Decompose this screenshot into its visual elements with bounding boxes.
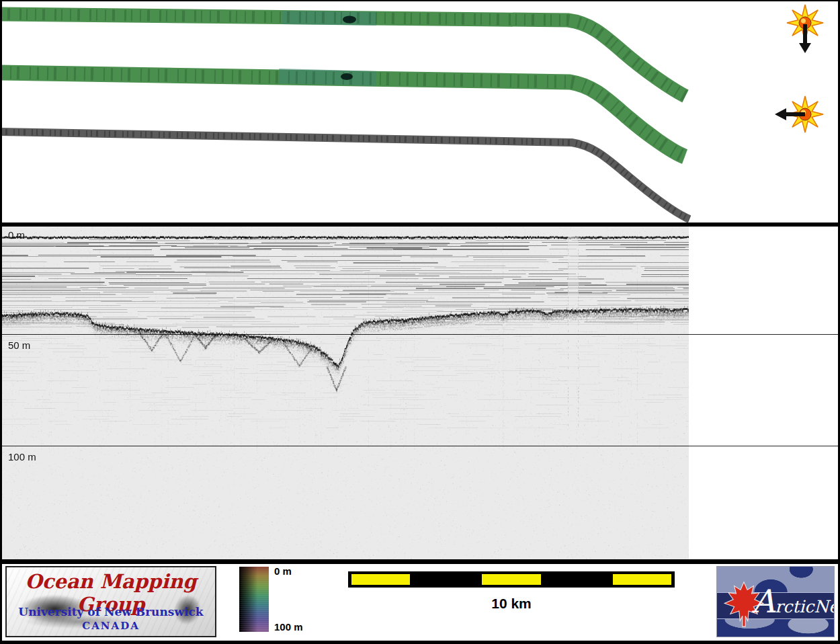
section-divider [0,559,840,564]
page-border [0,0,840,1]
echogram-canvas [0,227,689,559]
pockmark-1 [343,16,356,24]
sun-arrow-left-icon [773,95,825,133]
scale-segment [348,571,413,588]
page-border [0,641,840,644]
scale-segment-yellow [482,574,540,585]
depth-label-0m: 0 m [8,229,25,241]
depth-colorbar [239,567,269,632]
scale-bar-label: 10 km [348,596,675,612]
scale-segment [544,571,610,588]
ocean-mapping-group-logo: Ocean Mapping Group University of New Br… [5,566,216,637]
figure-root: 0 m 50 m 100 m Ocean Mapping Group Unive… [0,0,840,644]
pockmark-2 [341,73,353,80]
map-scale-bar [348,571,675,588]
depth-label-50m: 50 m [8,339,30,351]
scale-segment-yellow [613,574,671,585]
depth-gridline-100m [0,446,840,446]
depth-gridline-50m [0,334,840,335]
scale-segment [478,571,544,588]
arcticnet-logo: ArcticNet [716,566,835,637]
omg-logo-country: CANADA [7,620,215,632]
footer-bar: Ocean Mapping Group University of New Br… [0,564,840,641]
scale-segment [610,571,675,588]
arcticnet-logo-text: ArcticNet [752,583,835,620]
sun-arrow-down-icon [786,4,824,58]
sidescan-strip [0,132,689,219]
scale-segment-yellow [351,574,410,585]
omg-logo-university: University of New Brunswick [7,605,215,618]
survey-strips [0,0,840,223]
echogram-panel: 0 m 50 m 100 m [0,227,840,559]
track-map-panel [0,0,840,223]
scale-segment [413,571,478,588]
colorbar-top-label: 0 m [274,565,292,577]
depth-label-100m: 100 m [8,451,36,462]
colorbar-bottom-label: 100 m [274,621,303,633]
page-border [0,0,2,644]
